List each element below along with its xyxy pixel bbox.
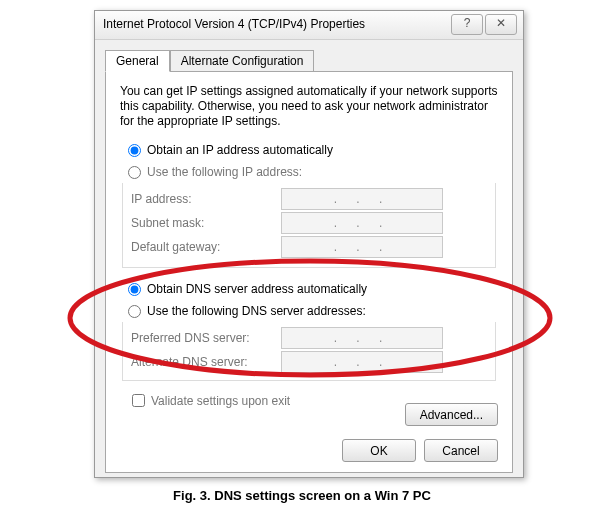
- checkbox-validate-settings[interactable]: [132, 394, 145, 407]
- alternate-dns-label: Alternate DNS server:: [131, 355, 281, 369]
- radio-row-dns-auto: Obtain DNS server address automatically: [120, 278, 498, 300]
- description-text: You can get IP settings assigned automat…: [120, 84, 498, 129]
- alternate-dns-input: . . .: [281, 351, 443, 373]
- window-title: Internet Protocol Version 4 (TCP/IPv4) P…: [103, 17, 365, 31]
- close-icon: ✕: [496, 16, 506, 30]
- radio-ip-auto[interactable]: [128, 144, 141, 157]
- ip-address-input: . . .: [281, 188, 443, 210]
- radio-row-dns-manual: Use the following DNS server addresses:: [120, 300, 498, 322]
- cancel-button[interactable]: Cancel: [424, 439, 498, 462]
- radio-dns-auto[interactable]: [128, 283, 141, 296]
- subnet-mask-label: Subnet mask:: [131, 216, 281, 230]
- radio-row-ip-manual: Use the following IP address:: [120, 161, 498, 183]
- radio-ip-auto-label: Obtain an IP address automatically: [147, 143, 333, 157]
- radio-row-ip-auto: Obtain an IP address automatically: [120, 139, 498, 161]
- tab-strip: GeneralAlternate Configuration: [105, 49, 513, 71]
- ok-button[interactable]: OK: [342, 439, 416, 462]
- radio-ip-manual-label: Use the following IP address:: [147, 165, 302, 179]
- close-button[interactable]: ✕: [485, 14, 517, 35]
- group-dns-fields: Preferred DNS server:. . . Alternate DNS…: [122, 322, 496, 381]
- tab-alternate-configuration[interactable]: Alternate Configuration: [170, 50, 315, 72]
- help-button[interactable]: ?: [451, 14, 483, 35]
- figure-caption: Fig. 3. DNS settings screen on a Win 7 P…: [0, 488, 604, 503]
- radio-dns-manual[interactable]: [128, 305, 141, 318]
- default-gateway-label: Default gateway:: [131, 240, 281, 254]
- default-gateway-input: . . .: [281, 236, 443, 258]
- ip-address-label: IP address:: [131, 192, 281, 206]
- titlebar: Internet Protocol Version 4 (TCP/IPv4) P…: [95, 11, 523, 40]
- advanced-button[interactable]: Advanced...: [405, 403, 498, 426]
- validate-settings-label: Validate settings upon exit: [151, 394, 290, 408]
- preferred-dns-label: Preferred DNS server:: [131, 331, 281, 345]
- help-icon: ?: [464, 16, 471, 30]
- group-ip-fields: IP address:. . . Subnet mask:. . . Defau…: [122, 183, 496, 268]
- tab-panel-general: You can get IP settings assigned automat…: [105, 71, 513, 473]
- preferred-dns-input: . . .: [281, 327, 443, 349]
- radio-dns-auto-label: Obtain DNS server address automatically: [147, 282, 367, 296]
- tab-general[interactable]: General: [105, 50, 170, 72]
- subnet-mask-input: . . .: [281, 212, 443, 234]
- radio-ip-manual[interactable]: [128, 166, 141, 179]
- dialog-ipv4-properties: Internet Protocol Version 4 (TCP/IPv4) P…: [94, 10, 524, 478]
- radio-dns-manual-label: Use the following DNS server addresses:: [147, 304, 366, 318]
